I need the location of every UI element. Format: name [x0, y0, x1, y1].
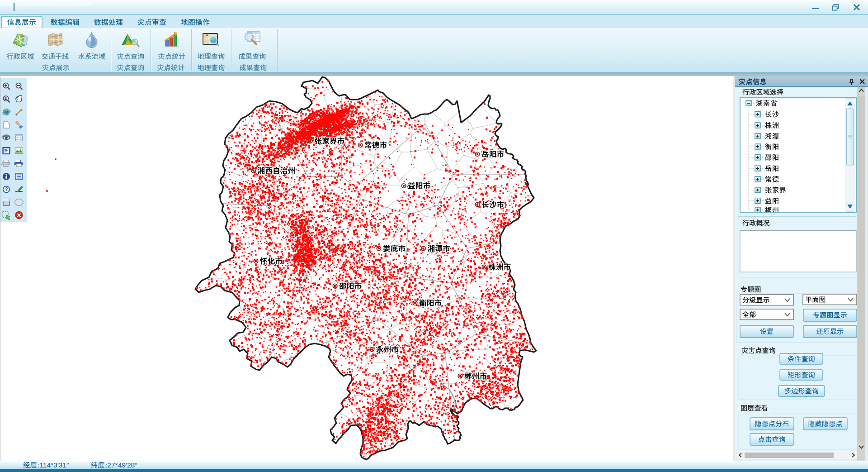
- svg-text:?: ?: [5, 186, 8, 192]
- svg-text::27°49′28″: :27°49′28″: [105, 461, 137, 469]
- svg-text::114°3′31″: :114°3′31″: [38, 461, 69, 469]
